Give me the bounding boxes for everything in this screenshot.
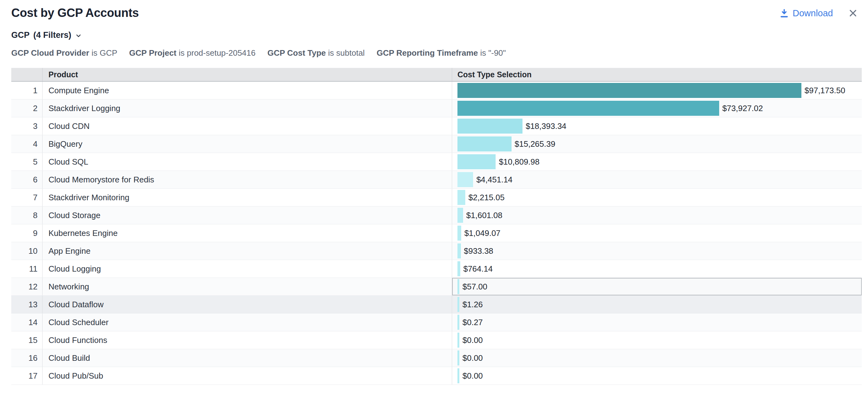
table-row: 13Cloud Dataflow$1.26 bbox=[11, 296, 862, 313]
row-number-cell[interactable]: 2 bbox=[11, 99, 42, 117]
bar-cell[interactable]: $0.27 bbox=[452, 313, 862, 331]
row-number-cell[interactable]: 17 bbox=[11, 367, 42, 385]
row-number-cell[interactable]: 8 bbox=[11, 207, 42, 224]
cost-value-label: $933.38 bbox=[464, 246, 493, 256]
row-number-cell[interactable]: 9 bbox=[11, 224, 42, 242]
table-row: 10App Engine$933.38 bbox=[11, 242, 862, 260]
table-row: 3Cloud CDN$18,393.34 bbox=[11, 117, 862, 135]
bar-cell[interactable]: $0.00 bbox=[452, 331, 862, 349]
cost-bar bbox=[458, 172, 473, 187]
product-cell[interactable]: Networking bbox=[42, 278, 452, 295]
cost-bar bbox=[458, 243, 461, 259]
applied-filter: GCP Cloud Provider is GCP bbox=[11, 48, 117, 58]
cost-bar bbox=[458, 119, 523, 133]
cost-bar bbox=[458, 190, 465, 205]
product-cell[interactable]: Cloud Memorystore for Redis bbox=[42, 171, 452, 188]
table-row: 1Compute Engine$97,173.50 bbox=[11, 82, 862, 99]
product-cell[interactable]: Stackdriver Monitoring bbox=[42, 189, 452, 206]
filters-dropdown-toggle[interactable]: GCP (4 Filters) bbox=[11, 30, 82, 40]
bar-cell[interactable]: $1,601.08 bbox=[452, 207, 862, 224]
bar-cell[interactable]: $10,809.98 bbox=[452, 153, 862, 171]
row-number-cell[interactable]: 16 bbox=[11, 349, 42, 367]
cost-value-label: $0.00 bbox=[462, 371, 483, 381]
cost-value-label: $0.00 bbox=[462, 335, 483, 345]
cost-bar bbox=[458, 154, 496, 169]
cost-value-label: $57.00 bbox=[462, 282, 488, 292]
cost-value-label: $2,215.05 bbox=[468, 193, 505, 203]
bar-cell[interactable]: $0.00 bbox=[452, 349, 862, 367]
row-number-cell[interactable]: 14 bbox=[11, 313, 42, 331]
product-cell[interactable]: Cloud Scheduler bbox=[42, 313, 452, 331]
column-header-cost-type-selection: Cost Type Selection bbox=[452, 68, 862, 81]
cost-value-label: $15,265.39 bbox=[515, 139, 555, 149]
filters-scope-label: GCP bbox=[11, 30, 30, 40]
cost-value-label: $0.27 bbox=[462, 318, 483, 327]
cost-bar bbox=[458, 261, 460, 276]
row-number-cell[interactable]: 1 bbox=[11, 82, 42, 99]
row-number-cell[interactable]: 10 bbox=[11, 242, 42, 260]
product-cell[interactable]: Compute Engine bbox=[42, 82, 452, 99]
applied-filters-bar: GCP Cloud Provider is GCPGCP Project is … bbox=[11, 48, 868, 58]
filters-count-label: (4 Filters) bbox=[33, 30, 72, 40]
table-row: 8Cloud Storage$1,601.08 bbox=[11, 207, 862, 224]
row-number-cell[interactable]: 12 bbox=[11, 278, 42, 295]
bar-cell[interactable]: $97,173.50 bbox=[452, 82, 862, 99]
close-icon[interactable] bbox=[847, 7, 859, 19]
product-cell[interactable]: App Engine bbox=[42, 242, 452, 260]
bar-cell[interactable]: $933.38 bbox=[452, 242, 862, 260]
applied-filter: GCP Project is prod-setup-205416 bbox=[129, 48, 255, 58]
cost-value-label: $0.00 bbox=[462, 353, 483, 363]
product-cell[interactable]: Kubernetes Engine bbox=[42, 224, 452, 242]
product-cell[interactable]: Cloud SQL bbox=[42, 153, 452, 171]
row-number-cell[interactable]: 5 bbox=[11, 153, 42, 171]
row-number-cell[interactable]: 6 bbox=[11, 171, 42, 188]
table-row: 2Stackdriver Logging$73,927.02 bbox=[11, 99, 862, 117]
cost-bar bbox=[458, 101, 719, 116]
table-row: 7Stackdriver Monitoring$2,215.05 bbox=[11, 189, 862, 207]
row-number-cell[interactable]: 11 bbox=[11, 260, 42, 277]
bar-cell[interactable]: $764.14 bbox=[452, 260, 862, 277]
row-number-cell[interactable]: 4 bbox=[11, 135, 42, 153]
table-row: 5Cloud SQL$10,809.98 bbox=[11, 153, 862, 171]
table-row: 6Cloud Memorystore for Redis$4,451.14 bbox=[11, 171, 862, 189]
cost-table: Product Cost Type Selection 1Compute Eng… bbox=[11, 68, 862, 385]
product-cell[interactable]: Cloud Logging bbox=[42, 260, 452, 277]
product-cell[interactable]: Stackdriver Logging bbox=[42, 99, 452, 117]
applied-filter: GCP Reporting Timeframe is "-90" bbox=[376, 48, 506, 58]
cost-by-gcp-accounts-panel: Cost by GCP Accounts Download GCP (4 Fil… bbox=[0, 0, 868, 385]
row-number-cell[interactable]: 15 bbox=[11, 331, 42, 349]
bar-cell[interactable]: $1.26 bbox=[452, 296, 862, 313]
bar-cell[interactable]: $1,049.07 bbox=[452, 224, 862, 242]
cost-bar bbox=[458, 333, 459, 347]
product-cell[interactable]: BigQuery bbox=[42, 135, 452, 153]
table-row: 11Cloud Logging$764.14 bbox=[11, 260, 862, 278]
bar-cell[interactable]: $15,265.39 bbox=[452, 135, 862, 153]
cost-value-label: $1.26 bbox=[462, 300, 483, 309]
download-icon bbox=[779, 8, 789, 18]
cost-value-label: $97,173.50 bbox=[805, 86, 845, 95]
bar-cell[interactable]: $2,215.05 bbox=[452, 189, 862, 206]
product-cell[interactable]: Cloud Build bbox=[42, 349, 452, 367]
product-cell[interactable]: Cloud Dataflow bbox=[42, 296, 452, 313]
product-cell[interactable]: Cloud Pub/Sub bbox=[42, 367, 452, 385]
cost-bar bbox=[458, 137, 512, 151]
row-number-cell[interactable]: 7 bbox=[11, 189, 42, 206]
cost-bar bbox=[458, 83, 801, 98]
product-cell[interactable]: Cloud Storage bbox=[42, 207, 452, 224]
column-header-index bbox=[11, 68, 42, 81]
bar-cell[interactable]: $4,451.14 bbox=[452, 171, 862, 188]
table-row: 4BigQuery$15,265.39 bbox=[11, 135, 862, 153]
row-number-cell[interactable]: 3 bbox=[11, 117, 42, 135]
table-row: 9Kubernetes Engine$1,049.07 bbox=[11, 224, 862, 242]
bar-cell[interactable]: $0.00 bbox=[452, 367, 862, 385]
chevron-down-icon bbox=[75, 32, 82, 39]
table-row: 12Networking$57.00 bbox=[11, 278, 862, 296]
product-cell[interactable]: Cloud CDN bbox=[42, 117, 452, 135]
download-button[interactable]: Download bbox=[779, 8, 833, 19]
bar-cell[interactable]: $18,393.34 bbox=[452, 117, 862, 135]
product-cell[interactable]: Cloud Functions bbox=[42, 331, 452, 349]
panel-topbar: Cost by GCP Accounts Download bbox=[0, 0, 868, 20]
row-number-cell[interactable]: 13 bbox=[11, 296, 42, 313]
bar-cell[interactable]: $73,927.02 bbox=[452, 99, 862, 117]
bar-cell-selected[interactable]: $57.00 bbox=[452, 278, 862, 295]
